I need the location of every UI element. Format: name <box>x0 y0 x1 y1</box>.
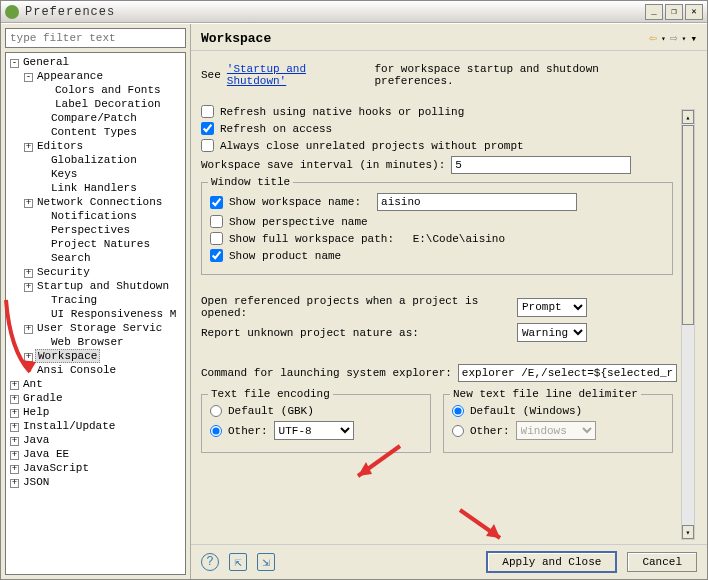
expand-icon[interactable]: + <box>10 381 19 390</box>
window-title-legend: Window title <box>208 176 293 188</box>
refresh-native-checkbox[interactable] <box>201 105 214 118</box>
show-perspective-checkbox[interactable] <box>210 215 223 228</box>
preferences-window: Preferences _ ❐ ✕ -General -Appearance C… <box>0 0 708 580</box>
nav-forward-icon[interactable]: ⇨ <box>670 30 678 46</box>
help-icon[interactable]: ? <box>201 553 219 571</box>
encoding-other-label: Other: <box>228 425 268 437</box>
window-title: Preferences <box>25 5 645 19</box>
collapse-icon[interactable]: - <box>24 73 33 82</box>
tree-item-ansi-console[interactable]: Ansi Console <box>6 363 185 377</box>
preference-tree[interactable]: -General -Appearance Colors and Fonts La… <box>5 52 186 575</box>
expand-icon[interactable]: + <box>10 437 19 446</box>
tree-item-notifications[interactable]: Notifications <box>6 209 185 223</box>
show-full-path-checkbox[interactable] <box>210 232 223 245</box>
expand-icon[interactable]: + <box>24 143 33 152</box>
encoding-select[interactable]: UTF-8 <box>274 421 354 440</box>
expand-icon[interactable]: + <box>10 451 19 460</box>
filter-input[interactable] <box>5 28 186 48</box>
tree-item-workspace[interactable]: +Workspace <box>6 349 185 363</box>
tree-item-project-natures[interactable]: Project Natures <box>6 237 185 251</box>
expand-icon[interactable]: + <box>24 199 33 208</box>
right-pane: Workspace ⇦▾ ⇨▾ ▾ ▴ ▾ See 'Startup and S… <box>191 24 707 579</box>
tree-item-help[interactable]: +Help <box>6 405 185 419</box>
tree-item-user-storage[interactable]: +User Storage Servic <box>6 321 185 335</box>
full-path-value: E:\Code\aisino <box>413 233 505 245</box>
footer: ? ⇱ ⇲ Apply and Close Cancel <box>191 544 707 579</box>
encoding-other-radio[interactable] <box>210 425 222 437</box>
see-also-text: See 'Startup and Shutdown' for workspace… <box>201 63 677 87</box>
refresh-access-checkbox[interactable] <box>201 122 214 135</box>
save-interval-input[interactable] <box>451 156 631 174</box>
delimiter-legend: New text file line delimiter <box>450 388 641 400</box>
tree-item-globalization[interactable]: Globalization <box>6 153 185 167</box>
always-close-checkbox[interactable] <box>201 139 214 152</box>
tree-item-content-types[interactable]: Content Types <box>6 125 185 139</box>
tree-item-keys[interactable]: Keys <box>6 167 185 181</box>
expand-icon[interactable]: + <box>24 283 33 292</box>
scroll-thumb[interactable] <box>682 125 694 325</box>
tree-item-javascript[interactable]: +JavaScript <box>6 461 185 475</box>
expand-icon[interactable]: + <box>10 395 19 404</box>
apply-close-button[interactable]: Apply and Close <box>486 551 617 573</box>
titlebar[interactable]: Preferences _ ❐ ✕ <box>1 1 707 23</box>
tree-item-json[interactable]: +JSON <box>6 475 185 489</box>
scroll-down-icon[interactable]: ▾ <box>682 525 694 539</box>
startup-shutdown-link[interactable]: 'Startup and Shutdown' <box>227 63 369 87</box>
tree-item-compare-patch[interactable]: Compare/Patch <box>6 111 185 125</box>
expand-icon[interactable]: + <box>10 409 19 418</box>
tree-item-security[interactable]: +Security <box>6 265 185 279</box>
tree-item-install-update[interactable]: +Install/Update <box>6 419 185 433</box>
import-prefs-icon[interactable]: ⇱ <box>229 553 247 571</box>
delimiter-other-radio[interactable] <box>452 425 464 437</box>
left-pane: -General -Appearance Colors and Fonts La… <box>1 24 191 579</box>
encoding-legend: Text file encoding <box>208 388 333 400</box>
cancel-button[interactable]: Cancel <box>627 552 697 572</box>
nav-menu-icon[interactable]: ▾ <box>690 32 697 45</box>
collapse-icon[interactable]: - <box>10 59 19 68</box>
expand-icon[interactable]: + <box>10 423 19 432</box>
tree-item-perspectives[interactable]: Perspectives <box>6 223 185 237</box>
tree-item-startup-shutdown[interactable]: +Startup and Shutdown <box>6 279 185 293</box>
expand-icon[interactable]: + <box>10 479 19 488</box>
tree-item-gradle[interactable]: +Gradle <box>6 391 185 405</box>
encoding-default-radio[interactable] <box>210 405 222 417</box>
always-close-label: Always close unrelated projects without … <box>220 140 524 152</box>
ws-name-input[interactable] <box>377 193 577 211</box>
show-product-checkbox[interactable] <box>210 249 223 262</box>
page-header: Workspace ⇦▾ ⇨▾ ▾ <box>191 24 707 51</box>
tree-item-tracing[interactable]: Tracing <box>6 293 185 307</box>
export-prefs-icon[interactable]: ⇲ <box>257 553 275 571</box>
tree-item-editors[interactable]: +Editors <box>6 139 185 153</box>
encoding-group: Text file encoding Default (GBK) Other:U… <box>201 394 431 453</box>
report-nature-select[interactable]: Warning <box>517 323 587 342</box>
restore-button[interactable]: ❐ <box>665 4 683 20</box>
tree-item-link-handlers[interactable]: Link Handlers <box>6 181 185 195</box>
delimiter-default-radio[interactable] <box>452 405 464 417</box>
tree-item-general[interactable]: -General <box>6 55 185 69</box>
tree-item-label-decoration[interactable]: Label Decoration <box>6 97 185 111</box>
expand-icon[interactable]: + <box>10 465 19 474</box>
delimiter-group: New text file line delimiter Default (Wi… <box>443 394 673 453</box>
tree-item-search[interactable]: Search <box>6 251 185 265</box>
expand-icon[interactable]: + <box>24 325 33 334</box>
tree-item-appearance[interactable]: -Appearance <box>6 69 185 83</box>
close-button[interactable]: ✕ <box>685 4 703 20</box>
expand-icon[interactable]: + <box>24 353 33 362</box>
content-scrollbar[interactable]: ▴ ▾ <box>681 109 695 540</box>
encoding-default-label: Default (GBK) <box>228 405 314 417</box>
tree-item-java-ee[interactable]: +Java EE <box>6 447 185 461</box>
refresh-native-label: Refresh using native hooks or polling <box>220 106 464 118</box>
command-explorer-input[interactable] <box>458 364 677 382</box>
tree-item-network[interactable]: +Network Connections <box>6 195 185 209</box>
tree-item-ui-responsiveness[interactable]: UI Responsiveness M <box>6 307 185 321</box>
show-ws-name-checkbox[interactable] <box>210 196 223 209</box>
tree-item-colors-fonts[interactable]: Colors and Fonts <box>6 83 185 97</box>
nav-back-icon[interactable]: ⇦ <box>649 30 657 46</box>
tree-item-web-browser[interactable]: Web Browser <box>6 335 185 349</box>
expand-icon[interactable]: + <box>24 269 33 278</box>
scroll-up-icon[interactable]: ▴ <box>682 110 694 124</box>
open-ref-select[interactable]: Prompt <box>517 298 587 317</box>
tree-item-java[interactable]: +Java <box>6 433 185 447</box>
minimize-button[interactable]: _ <box>645 4 663 20</box>
tree-item-ant[interactable]: +Ant <box>6 377 185 391</box>
